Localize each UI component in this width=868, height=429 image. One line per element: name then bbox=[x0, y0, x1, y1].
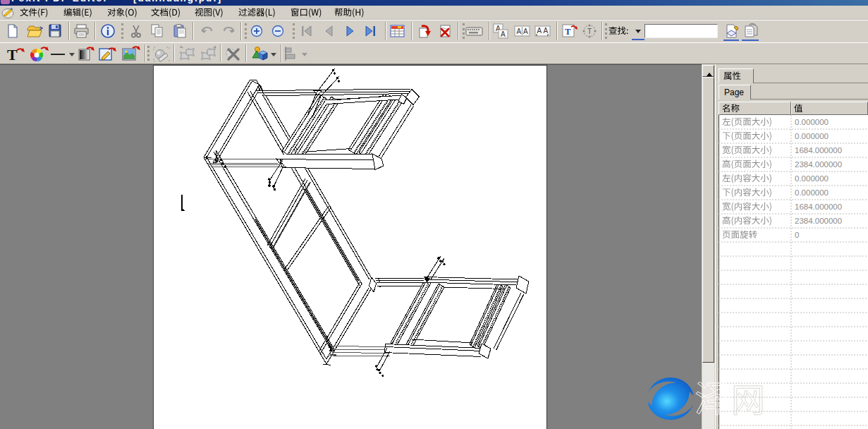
svg-text:A: A bbox=[523, 28, 528, 35]
svg-text:T: T bbox=[587, 28, 592, 35]
svg-text:A: A bbox=[537, 27, 542, 35]
svg-text:T: T bbox=[7, 46, 18, 63]
svg-text:A: A bbox=[501, 30, 506, 38]
svg-text:T: T bbox=[565, 26, 571, 37]
svg-text:A: A bbox=[544, 27, 549, 35]
svg-text:A: A bbox=[517, 28, 522, 35]
